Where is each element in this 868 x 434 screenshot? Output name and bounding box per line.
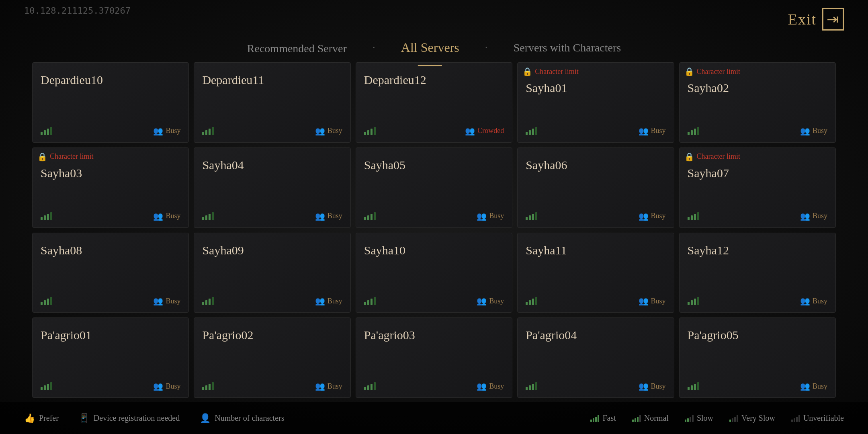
status-badge: 👥 Busy [315,381,342,391]
server-card-sayha06[interactable]: Sayha06 👥 Busy [517,147,674,228]
signal-bar-3 [47,384,49,390]
signal-bar-1 [202,132,204,135]
signal-bar-2 [691,130,693,135]
status-icon: 👥 [639,126,649,136]
signal-bar-4 [212,382,214,390]
server-card-paagrio03[interactable]: Pa'agrio03 👥 Busy [356,317,512,398]
signal-bar-4 [374,127,376,135]
tab-recommended[interactable]: Recommended Server [223,34,371,63]
status-label: Busy [651,212,666,220]
speed-very-slow: Very Slow [729,414,775,423]
server-name: Pa'agrio01 [41,328,180,342]
status-badge: 👥 Busy [639,211,666,221]
server-card-sayha02[interactable]: 🔒 Character limit Sayha02 👥 Busy [679,62,836,143]
char-limit-label: Character limit [50,152,93,161]
legend-left: 👍 Prefer 📱 Device registration needed 👤 … [24,413,284,424]
server-card-paagrio01[interactable]: Pa'agrio01 👥 Busy [32,317,189,398]
exit-button[interactable]: Exit ⇥ [788,8,844,31]
signal-bar-4 [212,212,214,220]
signal-bar-4 [212,127,214,135]
status-label: Busy [166,297,180,305]
signal-bar-4 [535,297,537,305]
signal-bar-2 [205,215,207,220]
status-badge: 👥 Busy [639,126,666,136]
status-label: Busy [328,212,342,220]
signal-bar-3 [47,129,49,135]
server-card-sayha04[interactable]: Sayha04 👥 Busy [194,147,350,228]
signal-bars [688,212,699,220]
server-card-sayha01[interactable]: 🔒 Character limit Sayha01 👥 Busy [517,62,674,143]
server-card-sayha10[interactable]: Sayha10 👥 Busy [356,233,512,313]
signal-bar-3 [371,214,373,220]
server-card-depardieu11[interactable]: Depardieu11 👥 Busy [194,62,350,143]
server-card-paagrio02[interactable]: Pa'agrio02 👥 Busy [194,317,350,398]
server-card-depardieu10[interactable]: Depardieu10 👥 Busy [32,62,189,143]
signal-bar-1 [41,302,43,305]
normal-bars [632,415,641,422]
signal-bar-4 [697,382,699,390]
status-label: Busy [813,297,827,305]
exit-icon: ⇥ [822,8,844,31]
signal-bar-2 [44,215,46,220]
signal-bar-4 [535,382,537,390]
server-card-depardieu12[interactable]: Depardieu12 👥 Crowded [356,62,512,143]
signal-bars [688,127,699,135]
signal-bar-3 [209,384,211,390]
signal-bar-4 [212,297,214,305]
tab-characters[interactable]: Servers with Characters [489,33,645,63]
status-label: Busy [489,297,504,305]
signal-bar-1 [526,132,528,135]
slow-label: Slow [697,414,713,423]
server-card-paagrio04[interactable]: Pa'agrio04 👥 Busy [517,317,674,398]
characters-label: Number of characters [215,414,284,423]
signal-bar-3 [694,214,696,220]
signal-bar-3 [371,129,373,135]
server-card-sayha09[interactable]: Sayha09 👥 Busy [194,233,350,313]
server-card-sayha08[interactable]: Sayha08 👥 Busy [32,233,189,313]
server-name: Sayha02 [688,81,827,95]
server-card-paagrio05[interactable]: Pa'agrio05 👥 Busy [679,317,836,398]
server-card-sayha05[interactable]: Sayha05 👥 Busy [356,147,512,228]
signal-bars [202,297,214,305]
signal-bar-2 [44,385,46,390]
server-card-sayha07[interactable]: 🔒 Character limit Sayha07 👥 Busy [679,147,836,228]
signal-bar-4 [50,127,52,135]
speed-fast: Fast [590,414,616,423]
server-name: Depardieu12 [364,73,504,87]
status-icon: 👥 [639,211,649,221]
status-icon: 👥 [800,296,810,306]
lock-icon: 🔒 [522,67,532,76]
signal-bar-2 [367,130,369,135]
status-label: Busy [651,127,666,135]
signal-bar-2 [205,385,207,390]
server-card-sayha03[interactable]: 🔒 Character limit Sayha03 👥 Busy [32,147,189,228]
signal-bar-1 [364,132,366,135]
status-badge: 👥 Busy [639,296,666,306]
server-card-sayha11[interactable]: Sayha11 👥 Busy [517,233,674,313]
legend-prefer: 👍 Prefer [24,413,59,424]
signal-bar-4 [50,382,52,390]
signal-bar-2 [205,300,207,305]
signal-bar-1 [526,302,528,305]
server-card-sayha12[interactable]: Sayha12 👥 Busy [679,233,836,313]
server-grid: Depardieu10 👥 Busy Depardieu11 👥 Busy De… [32,62,836,398]
signal-bars [202,212,214,220]
signal-bar-1 [688,302,690,305]
char-limit-badge: 🔒 Character limit [684,67,740,76]
signal-bar-1 [41,217,43,220]
server-name: Sayha08 [41,244,180,257]
signal-bar-3 [47,299,49,305]
character-icon: 👤 [200,413,211,424]
status-badge: 👥 Busy [477,381,504,391]
signal-bar-3 [694,384,696,390]
tab-all-servers[interactable]: All Servers [377,32,483,63]
status-icon: 👥 [153,126,163,136]
signal-bar-1 [202,217,204,220]
slow-bars [685,415,694,422]
very-slow-bars [729,415,738,422]
signal-bar-2 [367,215,369,220]
signal-bars [202,127,214,135]
signal-bar-2 [44,300,46,305]
server-name: Sayha09 [202,244,342,257]
server-footer: 👥 Busy [688,381,827,391]
